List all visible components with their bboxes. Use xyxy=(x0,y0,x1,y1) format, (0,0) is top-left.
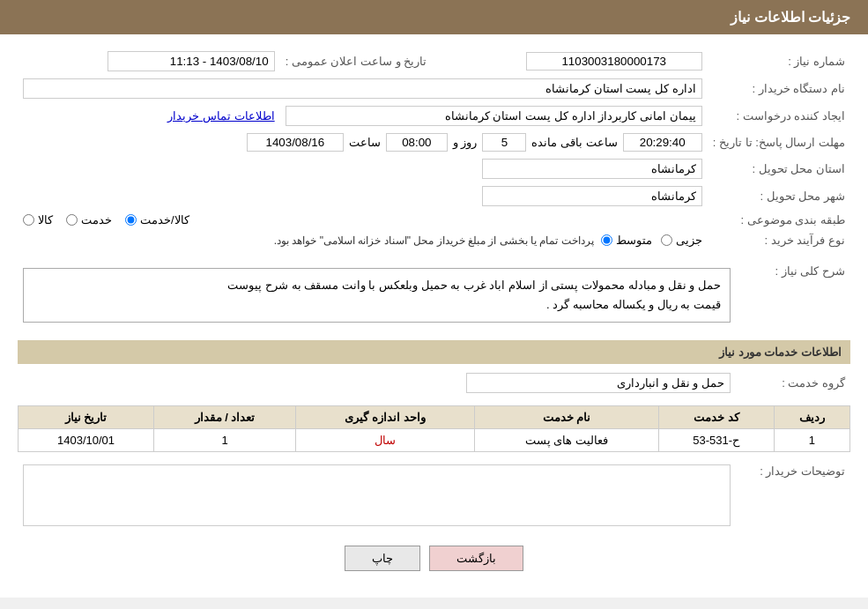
tarikh-input[interactable] xyxy=(108,51,275,71)
jozi-label: جزیی xyxy=(676,234,702,247)
mohlat-label: مهلت ارسال پاسخ: تا تاریخ : xyxy=(708,130,850,155)
grohe-input[interactable] xyxy=(466,373,731,393)
namDastgah-input[interactable] xyxy=(23,78,702,99)
noe-note: پرداخت تمام یا بخشی از مبلغ خریداز محل "… xyxy=(274,234,594,247)
row-ijad: ایجاد کننده درخواست : اطلاعات تماس خریدا… xyxy=(18,102,850,130)
main-form-table: شماره نیاز : تاریخ و ساعت اعلان عمومی : … xyxy=(18,48,850,250)
col-tedad: تعداد / مقدار xyxy=(154,406,296,429)
page-title: جزئیات اطلاعات نیاز xyxy=(731,10,850,25)
radio-khadamat-input[interactable] xyxy=(66,214,78,226)
cell-vahed: سال xyxy=(296,429,475,452)
radio-motavaset-input[interactable] xyxy=(601,234,612,246)
col-name: نام خدمت xyxy=(475,406,659,429)
grohe-table: گروه خدمت : xyxy=(18,369,850,397)
row-namDastgah: نام دستگاه خریدار : xyxy=(18,75,850,102)
cell-radif: 1 xyxy=(774,429,849,452)
ostan-input[interactable] xyxy=(482,159,702,179)
kala-khadamat-label: کالا/خدمت xyxy=(140,213,189,227)
radio-khadamat[interactable]: خدمت xyxy=(66,213,112,227)
table-body: 1ح-531-53فعالیت های پستسال11403/10/01 xyxy=(19,429,850,452)
mohlat-inline: ساعت باقی مانده روز و ساعت xyxy=(23,133,702,152)
saat-label: ساعت xyxy=(349,136,381,149)
noe-label: نوع فرآیند خرید : xyxy=(708,230,850,250)
row-ostanTahvil: استان محل تحویل : xyxy=(18,155,850,182)
table-header: ردیف کد خدمت نام خدمت واحد اندازه گیری ت… xyxy=(19,406,850,429)
row-toshihat: توضیحات خریدار : xyxy=(18,461,850,532)
radio-motavaset[interactable]: متوسط xyxy=(601,234,652,247)
cell-tarikh: 1403/10/01 xyxy=(19,429,154,452)
shomareNiaz-label: شماره نیاز : xyxy=(708,48,850,75)
print-button[interactable]: چاپ xyxy=(345,546,420,571)
ijad-label: ایجاد کننده درخواست : xyxy=(708,102,850,130)
radio-kala[interactable]: کالا xyxy=(23,213,53,227)
tabaqeh-radio-group: کالا/خدمت خدمت کالا xyxy=(23,213,702,227)
rooz-label: روز و xyxy=(453,136,478,149)
row-mohlat: مهلت ارسال پاسخ: تا تاریخ : ساعت باقی ما… xyxy=(18,130,850,155)
grohe-label: گروه خدمت : xyxy=(736,369,850,397)
col-tarikh: تاریخ نیاز xyxy=(19,406,154,429)
page-wrapper: جزئیات اطلاعات نیاز شماره نیاز : تاریخ و… xyxy=(0,0,868,598)
col-radif: ردیف xyxy=(774,406,849,429)
sharh-line2: قیمت به ریال و یکساله محاسبه گرد . xyxy=(546,298,721,311)
row-noeFarayand: نوع فرآیند خرید : جزیی متوسط xyxy=(18,230,850,250)
tarikh-label: تاریخ و ساعت اعلان عمومی : xyxy=(280,48,433,75)
col-kod: کد خدمت xyxy=(658,406,774,429)
content-area: شماره نیاز : تاریخ و ساعت اعلان عمومی : … xyxy=(0,34,868,598)
sharh-label: شرح کلی نیاز : xyxy=(736,259,850,331)
toshihat-label: توضیحات خریدار : xyxy=(736,461,850,532)
radio-kala-khadamat-input[interactable] xyxy=(125,214,137,226)
namDastgah-label: نام دستگاه خریدار : xyxy=(708,75,850,102)
row-shahrTahvil: شهر محل تحویل : xyxy=(18,182,850,210)
tabaqeh-label: طبقه بندی موضوعی : xyxy=(708,210,850,230)
noe-radio-group: جزیی متوسط xyxy=(601,234,702,247)
cell-name: فعالیت های پست xyxy=(475,429,659,452)
sharh-box: حمل و نقل و مبادله محمولات پستی از اسلام… xyxy=(23,268,731,323)
row-grohe: گروه خدمت : xyxy=(18,369,850,397)
khadamat-label: خدمت xyxy=(81,213,112,227)
radio-kala-khadamat[interactable]: کالا/خدمت xyxy=(125,213,189,227)
motavaset-label: متوسط xyxy=(616,234,652,247)
noe-content: جزیی متوسط پرداخت تمام یا بخشی از مبلغ خ… xyxy=(23,234,702,247)
services-table: ردیف کد خدمت نام خدمت واحد اندازه گیری ت… xyxy=(18,405,850,452)
page-header: جزئیات اطلاعات نیاز xyxy=(0,0,868,34)
shomareNiaz-input[interactable] xyxy=(526,52,702,71)
toshihat-table: توضیحات خریدار : xyxy=(18,461,850,532)
baghimande-label: ساعت باقی مانده xyxy=(531,136,617,149)
sharh-line1: حمل و نقل و مبادله محمولات پستی از اسلام… xyxy=(227,279,721,292)
radio-kala-input[interactable] xyxy=(23,214,34,226)
col-vahed: واحد اندازه گیری xyxy=(296,406,475,429)
shahr-input[interactable] xyxy=(482,186,702,206)
table-header-row: ردیف کد خدمت نام خدمت واحد اندازه گیری ت… xyxy=(19,406,850,429)
button-row: بازگشت چاپ xyxy=(18,546,850,571)
ostan-label: استان محل تحویل : xyxy=(708,155,850,182)
row-sharh: شرح کلی نیاز : حمل و نقل و مبادله محمولا… xyxy=(18,259,850,331)
shahr-label: شهر محل تحویل : xyxy=(708,182,850,210)
row-tabaqeh: طبقه بندی موضوعی : کالا/خدمت خدمت کالا xyxy=(18,210,850,230)
cell-kod: ح-531-53 xyxy=(658,429,774,452)
table-row: 1ح-531-53فعالیت های پستسال11403/10/01 xyxy=(19,429,850,452)
back-button[interactable]: بازگشت xyxy=(429,546,523,571)
saat-input[interactable] xyxy=(386,133,448,152)
khadamat-section-header: اطلاعات خدمات مورد نیاز xyxy=(18,340,850,364)
rooz-input[interactable] xyxy=(482,133,526,152)
date-input[interactable] xyxy=(247,133,344,152)
row-shomareNiaz: شماره نیاز : تاریخ و ساعت اعلان عمومی : xyxy=(18,48,850,75)
cell-tedad: 1 xyxy=(154,429,296,452)
baghimande-input[interactable] xyxy=(623,133,702,152)
ijad-input[interactable] xyxy=(286,106,702,126)
ettelaat-tamas-link[interactable]: اطلاعات تماس خریدار xyxy=(167,109,274,123)
sharh-table: شرح کلی نیاز : حمل و نقل و مبادله محمولا… xyxy=(18,259,850,331)
kala-label: کالا xyxy=(38,213,53,227)
radio-jozi[interactable]: جزیی xyxy=(661,234,702,247)
radio-jozi-input[interactable] xyxy=(661,234,672,246)
toshihat-textarea[interactable] xyxy=(23,464,731,526)
